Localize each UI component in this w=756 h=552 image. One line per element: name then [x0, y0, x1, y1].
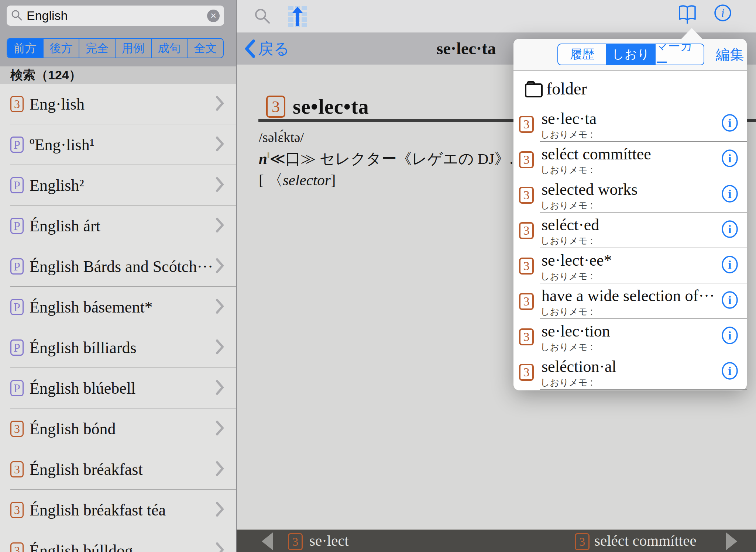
dictionary-badge: 3: [10, 421, 24, 437]
bookmark-item[interactable]: 3 seléction·al しおりメモ : i: [513, 354, 747, 390]
dictionary-badge: 3: [519, 328, 534, 345]
svg-text:i: i: [721, 6, 725, 20]
entry-headword: se•lec•ta: [293, 95, 369, 118]
bookmark-memo-label: しおりメモ :: [540, 341, 593, 353]
chevron-right-icon: [216, 136, 224, 153]
bookmark-item[interactable]: 3 seléct·ed しおりメモ : i: [513, 213, 747, 248]
next-entry-label[interactable]: seléct commíttee: [594, 532, 697, 549]
search-icon[interactable]: [254, 8, 271, 26]
chevron-right-icon: [216, 299, 224, 315]
search-sidebar: English ✕ 前方 後方 完全 用例 成句 全文 検索（124） 3 En…: [0, 0, 237, 552]
info-icon[interactable]: i: [721, 149, 739, 169]
previous-entry-label[interactable]: se·lect: [309, 532, 349, 549]
dictionary-badge: 3: [519, 293, 534, 310]
chevron-right-icon: [216, 420, 224, 437]
tab-idioms[interactable]: 成句: [151, 39, 187, 58]
dictionary-badge: P: [10, 339, 24, 356]
svg-text:i: i: [728, 187, 732, 200]
bookmark-item[interactable]: 3 seléct commíttee しおりメモ : i: [513, 142, 747, 177]
info-icon[interactable]: i: [721, 184, 739, 204]
dictionary-badge: P: [10, 177, 24, 193]
dictionary-badge: 3: [288, 533, 303, 550]
list-item[interactable]: P ºEng·lish¹: [0, 124, 236, 165]
back-button[interactable]: 戻る: [245, 32, 289, 65]
dictionary-badge: 3: [10, 96, 24, 112]
info-icon[interactable]: i: [713, 3, 732, 24]
info-icon[interactable]: i: [721, 114, 739, 134]
dictionary-badge: P: [10, 258, 24, 275]
list-item[interactable]: 3 Énglish bónd: [0, 408, 236, 449]
svg-text:i: i: [728, 293, 732, 307]
tab-examples[interactable]: 用例: [115, 39, 151, 58]
list-item[interactable]: 3 Énglish búlldog: [0, 530, 236, 552]
bookmark-item[interactable]: 3 se·lect·ee* しおりメモ : i: [513, 248, 747, 283]
tab-prefix[interactable]: 前方: [7, 39, 43, 58]
tab-exact[interactable]: 完全: [79, 39, 115, 58]
toolbar: i: [237, 0, 756, 32]
bookmark-item[interactable]: 3 selected works しおりメモ : i: [513, 177, 747, 213]
search-icon: [11, 10, 22, 22]
chevron-right-icon: [216, 380, 224, 397]
definition-line: n‖≪口≫ セレクター《レゲエの DJ》.: [259, 149, 513, 169]
info-icon[interactable]: i: [721, 291, 739, 311]
dictionary-badge: P: [10, 299, 24, 315]
results-count-header: 検索（124）: [0, 66, 236, 84]
dictionary-badge: 3: [10, 461, 24, 477]
list-item[interactable]: P English²: [0, 165, 236, 206]
search-value: English: [27, 8, 207, 23]
bookmark-item[interactable]: 3 se·lec·ta しおりメモ : i: [513, 106, 747, 142]
folder-icon: [524, 80, 543, 100]
svg-text:i: i: [728, 364, 732, 377]
list-item[interactable]: 3 Énglish bréakfast: [0, 449, 236, 490]
tab-suffix[interactable]: 後方: [43, 39, 79, 58]
folder-row[interactable]: folder: [513, 71, 747, 106]
page-title: se·lec·ta: [437, 32, 496, 65]
info-icon[interactable]: i: [721, 362, 739, 382]
info-icon[interactable]: i: [721, 220, 739, 240]
list-item[interactable]: P Énglish Bárds and Scótch···: [0, 246, 236, 287]
page-top-button[interactable]: [288, 6, 307, 27]
chevron-right-icon: [216, 501, 224, 518]
dictionary-badge: 3: [519, 151, 534, 168]
dictionary-badge: 3: [519, 222, 534, 239]
bookmark-memo-label: しおりメモ :: [540, 235, 593, 247]
chevron-right-icon: [216, 177, 224, 194]
dictionary-badge: 3: [519, 187, 534, 204]
list-item[interactable]: P Énglish básement*: [0, 287, 236, 327]
bookmark-memo-label: しおりメモ :: [540, 128, 593, 141]
svg-text:i: i: [728, 329, 732, 342]
entry-headline: 3 se•lec•ta: [266, 95, 369, 118]
edit-button[interactable]: 編集: [716, 39, 744, 71]
dictionary-badge: 3: [10, 502, 24, 518]
dictionary-badge: P: [10, 218, 24, 234]
previous-entry-icon[interactable]: [262, 532, 273, 550]
etymology-line: [ 〈selector]: [259, 170, 336, 190]
tab-history[interactable]: 履歴: [558, 44, 606, 65]
bookmarks-icon[interactable]: [678, 4, 697, 27]
next-entry-icon[interactable]: [726, 532, 737, 550]
bookmark-item[interactable]: 3 have a wide selection of··· しおりメモ : i: [513, 283, 747, 319]
dictionary-badge: 3: [519, 364, 534, 381]
svg-text:i: i: [728, 222, 732, 236]
bookmark-item[interactable]: 3 se·lec·tion しおりメモ : i: [513, 319, 747, 354]
list-item[interactable]: 3 Énglish bréakfast téa: [0, 490, 236, 530]
tab-markers[interactable]: マーカー: [655, 44, 704, 65]
pronunciation: /səlɛ́ktə/: [259, 130, 304, 145]
list-item[interactable]: P Énglish árt: [0, 206, 236, 246]
search-input[interactable]: English ✕: [7, 6, 224, 26]
dictionary-badge: 3: [519, 258, 534, 275]
clear-search-icon[interactable]: ✕: [207, 10, 220, 22]
list-item[interactable]: 3 Eng·lish: [0, 84, 236, 124]
list-item[interactable]: P Énglish bílliards: [0, 327, 236, 368]
search-mode-tabs: 前方 後方 完全 用例 成句 全文: [7, 38, 224, 58]
chevron-right-icon: [216, 461, 224, 478]
up-arrow-icon: [288, 6, 307, 29]
bookmark-memo-label: しおりメモ :: [540, 164, 593, 176]
tab-bookmarks[interactable]: しおり: [606, 44, 655, 65]
chevron-right-icon: [216, 542, 224, 552]
bookmark-memo-label: しおりメモ :: [540, 376, 593, 389]
info-icon[interactable]: i: [721, 255, 739, 275]
tab-fulltext[interactable]: 全文: [187, 39, 223, 58]
list-item[interactable]: P Énglish blúebell: [0, 368, 236, 408]
info-icon[interactable]: i: [721, 326, 739, 346]
